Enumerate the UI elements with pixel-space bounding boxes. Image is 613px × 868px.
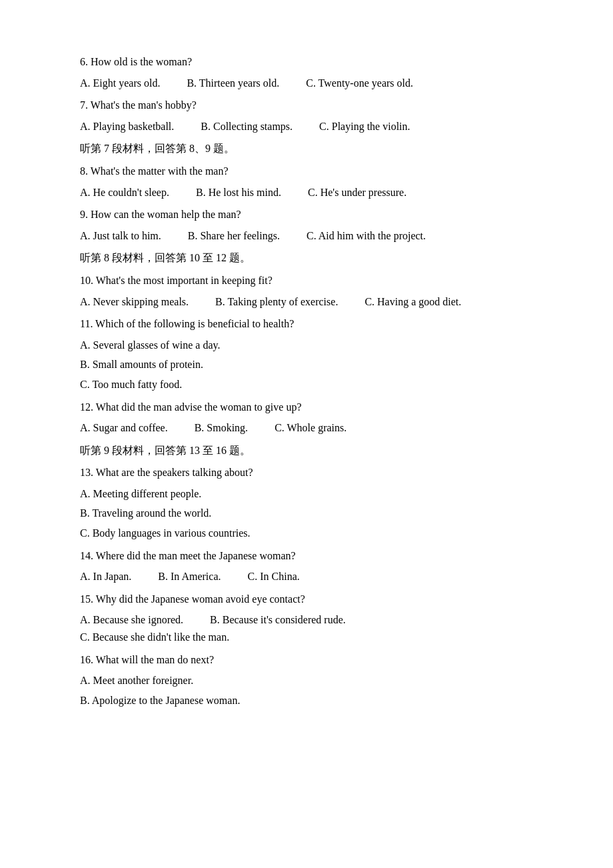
question-block: 7. What's the man's hobby?A. Playing bas…	[80, 97, 533, 135]
option-item: A. Just talk to him.	[80, 227, 161, 245]
options-line: A. Because she ignored.B. Because it's c…	[80, 611, 533, 645]
option-item: B. Share her feelings.	[188, 227, 280, 245]
answer-block: A. Meeting different people.	[80, 485, 533, 503]
question-text: 10. What's the most important in keeping…	[80, 272, 533, 289]
question-text: 8. What's the matter with the man?	[80, 163, 533, 180]
question-block: 14. Where did the man meet the Japanese …	[80, 547, 533, 585]
option-item: A. Playing basketball.	[80, 118, 174, 135]
answer-block: B. Small amounts of protein.	[80, 356, 533, 373]
answer-block: C. Too much fatty food.	[80, 376, 533, 393]
section-header: 听第 9 段材料，回答第 13 至 16 题。	[80, 442, 533, 459]
option-item: A. Eight years old.	[80, 75, 160, 92]
option-item: C. He's under pressure.	[308, 184, 406, 201]
options-line: A. Never skipping meals.B. Taking plenty…	[80, 293, 533, 311]
question-block: 8. What's the matter with the man?A. He …	[80, 163, 533, 201]
answer-block: B. Traveling around the world.	[80, 505, 533, 522]
question-text: 6. How old is the woman?	[80, 53, 533, 71]
options-line: A. Playing basketball.B. Collecting stam…	[80, 118, 533, 135]
options-line: A. He couldn't sleep.B. He lost his mind…	[80, 184, 533, 201]
option-item: C. Twenty-one years old.	[306, 75, 413, 92]
option-item: C. Playing the violin.	[319, 118, 410, 135]
option-item: C. Having a good diet.	[364, 293, 461, 311]
question-block: 16. What will the man do next?A. Meet an…	[80, 651, 533, 709]
options-line: A. Just talk to him.B. Share her feeling…	[80, 227, 533, 245]
question-text: 14. Where did the man meet the Japanese …	[80, 547, 533, 565]
question-block: 12. What did the man advise the woman to…	[80, 399, 533, 437]
question-text: 12. What did the man advise the woman to…	[80, 399, 533, 416]
option-item: C. Aid him with the project.	[306, 227, 426, 245]
main-content: 6. How old is the woman?A. Eight years o…	[80, 53, 533, 709]
answer-block: A. Meet another foreigner.	[80, 672, 533, 689]
option-item: C. In China.	[248, 568, 300, 585]
options-line: A. Eight years old.B. Thirteen years old…	[80, 75, 533, 92]
question-block: 10. What's the most important in keeping…	[80, 272, 533, 310]
answer-block: B. Apologize to the Japanese woman.	[80, 692, 533, 709]
option-item: A. Never skipping meals.	[80, 293, 189, 311]
options-line: A. In Japan.B. In America.C. In China.	[80, 568, 533, 585]
option-item: A. He couldn't sleep.	[80, 184, 169, 201]
section-header: 听第 7 段材料，回答第 8、9 题。	[80, 140, 533, 157]
option-item: C. Whole grains.	[275, 419, 346, 437]
question-text: 15. Why did the Japanese woman avoid eye…	[80, 591, 533, 608]
question-block: 13. What are the speakers talking about?…	[80, 464, 533, 541]
option-item: A. Sugar and coffee.	[80, 419, 168, 437]
question-text: 9. How can the woman help the man?	[80, 206, 533, 223]
question-block: 15. Why did the Japanese woman avoid eye…	[80, 591, 533, 646]
answer-block: A. Several glasses of wine a day.	[80, 337, 533, 354]
option-item: B. Smoking.	[195, 419, 248, 437]
question-text: 13. What are the speakers talking about?	[80, 464, 533, 481]
question-text: 11. Which of the following is beneficial…	[80, 315, 533, 333]
option-item: B. Taking plenty of exercise.	[215, 293, 338, 311]
option-item: B. He lost his mind.	[196, 184, 281, 201]
option-item: B. In America.	[158, 568, 221, 585]
options-line: A. Sugar and coffee.B. Smoking.C. Whole …	[80, 419, 533, 437]
question-block: 11. Which of the following is beneficial…	[80, 315, 533, 393]
option-item: B. Thirteen years old.	[187, 75, 279, 92]
question-text: 16. What will the man do next?	[80, 651, 533, 669]
option-item: B. Collecting stamps.	[201, 118, 293, 135]
section-header: 听第 8 段材料，回答第 10 至 12 题。	[80, 249, 533, 267]
option-item: A. In Japan.	[80, 568, 131, 585]
answer-block: C. Body languages in various countries.	[80, 525, 533, 542]
option-item: A. Because she ignored.	[80, 611, 183, 629]
option-item: B. Because it's considered rude.	[210, 611, 346, 629]
question-block: 9. How can the woman help the man?A. Jus…	[80, 206, 533, 244]
question-text: 7. What's the man's hobby?	[80, 97, 533, 114]
question-block: 6. How old is the woman?A. Eight years o…	[80, 53, 533, 91]
option-item: C. Because she didn't like the man.	[80, 629, 229, 646]
